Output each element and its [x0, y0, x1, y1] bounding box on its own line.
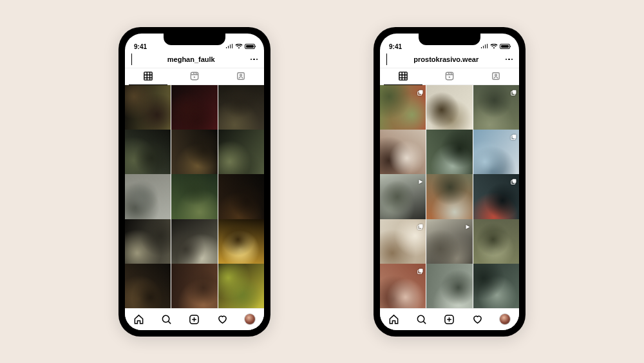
post-thumbnail[interactable] [218, 264, 264, 308]
svg-point-3 [240, 74, 242, 76]
post-thumbnail[interactable] [125, 85, 171, 131]
posts-grid [380, 85, 519, 308]
tab-reels[interactable] [426, 68, 473, 84]
post-thumbnail[interactable] [473, 130, 519, 175]
phone-left: 9:41 meghan_faulk [118, 27, 270, 337]
tab-reels[interactable] [171, 68, 218, 84]
profile-tabs [380, 68, 519, 85]
nav-activity[interactable] [213, 309, 232, 329]
tab-tagged[interactable] [218, 68, 264, 84]
avatar-icon [500, 314, 510, 324]
tab-tagged[interactable] [473, 68, 519, 84]
riverbed-figure [426, 264, 472, 308]
post-thumbnail[interactable] [426, 85, 472, 131]
post-thumbnail[interactable] [218, 219, 264, 265]
post-thumbnail[interactable] [380, 85, 426, 131]
nav-profile[interactable] [240, 309, 260, 329]
nav-home[interactable] [129, 309, 149, 329]
nav-search[interactable] [157, 309, 176, 329]
heart-icon [217, 314, 228, 325]
arched-window-garden-1 [125, 130, 171, 175]
bottom-nav [380, 308, 519, 330]
plus-square-icon [444, 314, 455, 325]
nav-add[interactable] [185, 309, 204, 329]
svg-rect-12 [513, 90, 516, 93]
svg-point-9 [495, 74, 497, 76]
more-options-button[interactable] [506, 59, 513, 61]
post-thumbnail[interactable] [473, 264, 519, 308]
reels-icon [445, 72, 454, 81]
river-bridge-sepia [171, 219, 217, 265]
post-thumbnail[interactable] [473, 85, 519, 131]
notch [164, 34, 225, 45]
signal-icon [225, 43, 233, 50]
post-thumbnail[interactable] [218, 85, 264, 131]
more-options-button[interactable] [251, 59, 258, 61]
play-icon [464, 221, 471, 228]
post-thumbnail[interactable] [125, 130, 171, 175]
post-thumbnail[interactable] [171, 85, 217, 131]
svg-rect-16 [513, 179, 516, 183]
post-thumbnail[interactable] [171, 264, 217, 308]
search-icon [416, 314, 427, 325]
antique-hall-figure [171, 264, 217, 308]
svg-rect-6 [399, 72, 407, 80]
carousel-icon [417, 266, 424, 272]
candlelit-interior [218, 174, 264, 220]
profile-username[interactable]: meghan_faulk [132, 55, 251, 63]
post-thumbnail[interactable] [426, 174, 472, 220]
profile-username[interactable]: prostokrasivo.wear [387, 55, 506, 63]
post-thumbnail[interactable] [380, 219, 426, 265]
overcast-sky-ledge [125, 174, 171, 220]
post-thumbnail[interactable] [473, 174, 519, 220]
red-drapery-dark [171, 85, 217, 131]
tab-grid[interactable] [380, 68, 426, 84]
yellow-flowers-vase [218, 264, 264, 308]
post-thumbnail[interactable] [171, 130, 217, 175]
svg-rect-20 [419, 269, 423, 273]
nav-profile[interactable] [495, 309, 515, 329]
yellow-scarf-portrait [426, 85, 472, 131]
post-thumbnail[interactable] [380, 264, 426, 308]
post-thumbnail[interactable] [426, 130, 472, 175]
post-thumbnail[interactable] [473, 219, 519, 265]
wifi-icon [490, 43, 498, 50]
carousel-icon [511, 87, 517, 93]
redhead-field [426, 174, 472, 220]
status-indicators [225, 43, 255, 50]
phone-right: 9:41 prostokrasivo.wear [374, 27, 526, 337]
post-thumbnail[interactable] [426, 219, 472, 265]
post-thumbnail[interactable] [426, 264, 472, 308]
post-thumbnail[interactable] [171, 174, 217, 220]
notch [419, 34, 480, 45]
post-thumbnail[interactable] [125, 219, 171, 265]
post-thumbnail[interactable] [218, 174, 264, 220]
status-time: 9:41 [134, 43, 147, 50]
avatar-icon [245, 314, 255, 324]
post-thumbnail[interactable] [125, 174, 171, 220]
search-icon [161, 314, 172, 325]
nav-search[interactable] [412, 309, 431, 329]
home-icon [133, 314, 144, 325]
carousel-icon [511, 132, 517, 138]
tagged-icon [491, 72, 500, 81]
post-thumbnail[interactable] [380, 174, 426, 220]
post-thumbnail[interactable] [218, 130, 264, 175]
post-thumbnail[interactable] [125, 264, 171, 308]
svg-point-22 [418, 315, 424, 322]
profile-header: prostokrasivo.wear [380, 52, 519, 68]
plus-square-icon [189, 314, 200, 325]
tab-grid[interactable] [125, 68, 171, 84]
posts-grid [125, 85, 264, 308]
nav-home[interactable] [384, 309, 404, 329]
screen: 9:41 meghan_faulk [125, 34, 264, 330]
bottom-nav [125, 308, 264, 330]
post-thumbnail[interactable] [171, 219, 217, 265]
signal-icon [480, 43, 488, 50]
nav-activity[interactable] [468, 309, 487, 329]
nav-add[interactable] [440, 309, 459, 329]
hooded-forest-portrait [473, 264, 519, 308]
svg-rect-0 [144, 72, 152, 80]
mountain-valley-figure [426, 130, 472, 175]
post-thumbnail[interactable] [380, 130, 426, 175]
